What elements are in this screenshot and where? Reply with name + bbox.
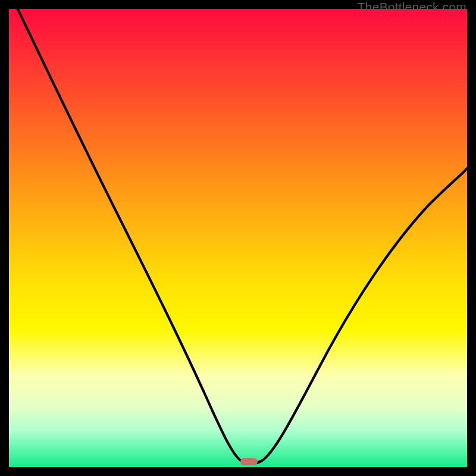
bottleneck-curve (9, 9, 467, 467)
attribution-label: TheBottleneck.com (358, 0, 466, 14)
curve-path (9, 9, 467, 464)
optimal-marker (240, 458, 258, 465)
chart-plot-area (9, 9, 467, 467)
